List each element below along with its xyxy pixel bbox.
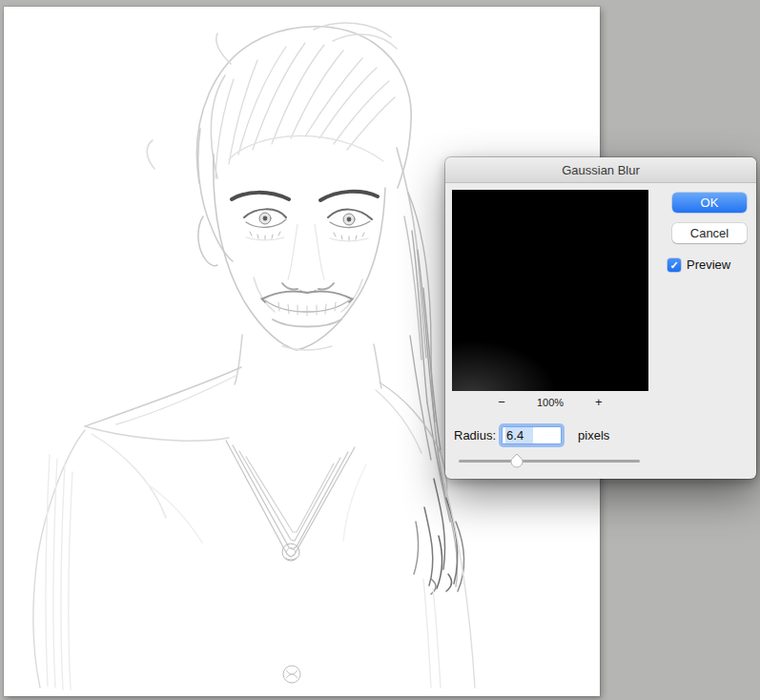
eyebrows	[232, 192, 378, 200]
slider-thumb-icon	[509, 453, 524, 469]
checkmark-icon: ✓	[669, 259, 678, 271]
face-outline	[198, 154, 385, 388]
preview-option: ✓ Preview	[668, 257, 730, 272]
zoom-out-button[interactable]: −	[495, 396, 508, 409]
preview-checkbox-label: Preview	[687, 257, 730, 272]
radius-input[interactable]: 6.4	[502, 426, 562, 444]
hair-outline	[147, 23, 426, 358]
cancel-button[interactable]: Cancel	[672, 223, 747, 243]
zoom-level-label: 100%	[537, 397, 564, 408]
workspace: { "workspace": { "background_color": "#b…	[0, 0, 760, 700]
shirt-button	[283, 666, 300, 683]
radius-unit-label: pixels	[578, 428, 609, 443]
brooch	[282, 544, 299, 561]
ok-button[interactable]: OK	[672, 193, 747, 213]
preview-zoom-controls: − 100% +	[452, 395, 648, 410]
radius-value: 6.4	[505, 427, 533, 443]
mouth	[261, 291, 353, 326]
blur-preview-pane[interactable]	[452, 190, 648, 391]
shirt	[33, 367, 475, 690]
radius-label: Radius:	[454, 428, 496, 443]
zoom-in-button[interactable]: +	[592, 396, 606, 409]
dialog-titlebar[interactable]: Gaussian Blur	[445, 157, 756, 183]
gaussian-blur-dialog: Gaussian Blur − 100% + Radius: 6.4 pixel…	[445, 157, 756, 479]
preview-checkbox[interactable]: ✓	[668, 258, 681, 272]
radius-row: Radius: 6.4 pixels	[454, 425, 609, 445]
hair-strands	[216, 43, 395, 178]
radius-slider-track[interactable]	[459, 460, 640, 463]
eyes	[244, 209, 372, 241]
radius-slider-thumb[interactable]	[509, 453, 524, 469]
dialog-title: Gaussian Blur	[562, 163, 640, 177]
nose	[282, 224, 334, 293]
